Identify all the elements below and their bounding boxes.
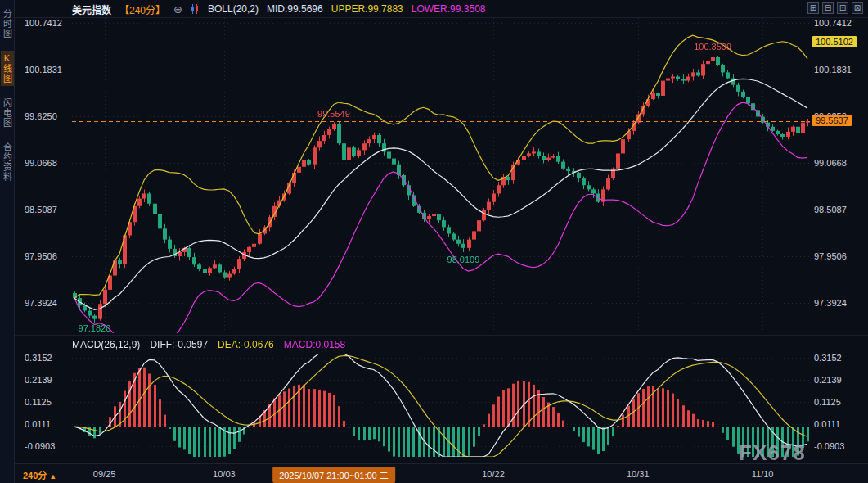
boll-mid-value: MID:99.5696 — [267, 3, 323, 15]
chart-annotation: 98.0109 — [447, 255, 480, 264]
boll-upper-value: UPPER:99.7883 — [331, 3, 403, 15]
x-axis-label: 09/25 — [93, 469, 116, 479]
window-controls: ⊞ ⊟ ⊡ ⊠ — [807, 2, 863, 14]
price-axis-label-right: 97.9506 — [814, 251, 847, 261]
price-axis-label-left: 97.3924 — [25, 298, 57, 308]
selected-time-label: 2025/10/07 21:00~01:00 二 — [272, 467, 395, 483]
price-axis-label-left: 100.7412 — [25, 18, 62, 28]
macd-axis-label-left: 0.0111 — [25, 419, 51, 429]
add-indicator-icon[interactable]: ⊕ — [173, 3, 182, 16]
price-axis-label-right: 99.0668 — [814, 158, 847, 168]
period-selector[interactable]: 240分▲ — [23, 468, 56, 481]
macd-axis-label-right: -0.0903 — [814, 441, 844, 451]
header-divider — [15, 17, 868, 18]
sidebar-tab-kline[interactable]: K线图 — [1, 51, 14, 86]
boll-indicator-label: BOLL(20,2) — [208, 3, 259, 15]
macd-axis-label-right: 0.0111 — [814, 419, 840, 429]
macd-diff-value: DIFF:-0.0597 — [150, 339, 208, 350]
price-axis-label-right: 100.7412 — [814, 18, 852, 28]
macd-axis-label-right: 0.2139 — [814, 375, 842, 385]
candle-style-icon[interactable] — [191, 4, 200, 14]
macd-axis-label-right: 0.3152 — [814, 353, 842, 363]
price-axis-label-right: 98.5087 — [814, 205, 847, 214]
watermark: FX678 — [739, 440, 806, 466]
layout-minimize-icon[interactable]: ⊟ — [822, 2, 834, 14]
x-axis-label: 11/10 — [752, 469, 774, 479]
period-selector-label: 240分 — [23, 471, 47, 481]
left-tab-bar: 分时图 K线图 闪电图 合约资料 — [0, 0, 15, 483]
price-axis-label-left: 98.5087 — [25, 205, 57, 214]
chart-header: 美元指数 【240分】 ⊕ BOLL(20,2) MID:99.5696 UPP… — [15, 0, 868, 18]
layout-restore-icon[interactable]: ⊡ — [837, 2, 848, 14]
chevron-up-icon: ▲ — [49, 472, 56, 481]
macd-axis-label-left: -0.0903 — [25, 441, 55, 451]
sidebar-tab-contract-info[interactable]: 合约资料 — [1, 140, 14, 184]
macd-header: MACD(26,12,9) DIFF:-0.0597 DEA:-0.0676 M… — [72, 339, 345, 350]
price-axis-label-left: 97.9506 — [25, 251, 57, 261]
panel-divider — [15, 335, 868, 336]
sidebar-tab-lightning[interactable]: 闪电图 — [1, 96, 14, 130]
sidebar-tab-timeline[interactable]: 分时图 — [1, 7, 14, 41]
x-axis-label: 10/22 — [482, 469, 505, 479]
high-price-tag: 100.5102 — [812, 36, 857, 47]
price-axis-label-right: 100.1831 — [814, 65, 852, 74]
price-axis-label-right: 97.3924 — [814, 298, 847, 308]
macd-axis-label-left: 0.1125 — [25, 397, 52, 407]
price-axis-label-left: 100.1831 — [25, 65, 62, 74]
macd-indicator-label: MACD(26,12,9) — [72, 339, 140, 350]
chart-application: 分时图 K线图 闪电图 合约资料 美元指数 【240分】 ⊕ BOLL(20,2… — [0, 0, 868, 483]
macd-hist-value: MACD:0.0158 — [284, 339, 345, 350]
chart-annotation: 99.5549 — [317, 109, 350, 119]
macd-canvas[interactable] — [72, 354, 810, 457]
macd-dea-value: DEA:-0.0676 — [218, 339, 274, 350]
time-axis: 240分▲ 09/25 10/03 10/22 10/31 11/10 2025… — [15, 463, 868, 483]
layout-grid-icon[interactable]: ⊞ — [807, 2, 819, 14]
main-chart-canvas[interactable] — [72, 18, 810, 333]
symbol-name: 美元指数 — [72, 2, 111, 16]
chart-annotation: 100.3599 — [694, 42, 731, 52]
macd-axis-label-left: 0.3152 — [25, 353, 52, 363]
layout-close-icon[interactable]: ⊠ — [852, 2, 863, 14]
macd-axis-label-right: 0.1125 — [814, 397, 841, 407]
period-label[interactable]: 【240分】 — [119, 2, 165, 16]
chart-annotation: 97.1820 — [79, 323, 111, 333]
boll-lower-value: LOWER:99.3508 — [412, 3, 486, 15]
x-axis-label: 10/31 — [627, 469, 650, 479]
price-axis-label-left: 99.6250 — [25, 111, 57, 121]
x-axis-label: 10/03 — [213, 469, 236, 479]
current-price-tag: 99.5637 — [812, 115, 852, 126]
price-axis-label-left: 99.0668 — [25, 158, 57, 168]
macd-axis-label-left: 0.2139 — [25, 375, 52, 385]
